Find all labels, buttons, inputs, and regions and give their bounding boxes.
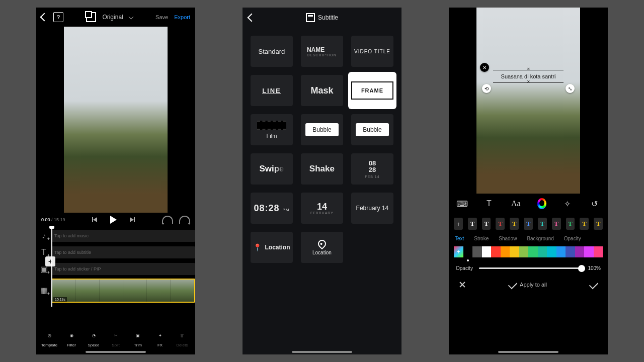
style-swipe[interactable]: Swipe	[251, 153, 293, 185]
tool-trim[interactable]: ▣Trim	[128, 330, 148, 347]
style-shake[interactable]: Shake	[301, 153, 343, 185]
color-swatch[interactable]	[547, 246, 556, 257]
style-line[interactable]: LINE	[251, 75, 293, 106]
font-icon[interactable]: Aa	[510, 198, 521, 209]
overlay-rotate-icon[interactable]: ⟲	[482, 84, 491, 93]
style-video-title[interactable]: VIDEO TITLE	[351, 36, 393, 67]
color-swatch[interactable]	[584, 246, 594, 257]
style-film[interactable]: Film	[251, 114, 293, 145]
text-overlay-box[interactable]: ✕ Suasana di kota santri ⟲ ⤡	[493, 67, 564, 86]
video-preview[interactable]	[36, 27, 195, 213]
subtitle-placeholder: Tap to add subtitle	[51, 246, 195, 258]
check-icon	[508, 280, 517, 289]
color-swatch[interactable]	[556, 246, 566, 257]
text-style-chip[interactable]: T	[566, 218, 575, 230]
apply-all-button[interactable]: Apply to all	[509, 282, 547, 288]
save-button[interactable]: Save	[155, 14, 168, 20]
home-indicator	[86, 351, 146, 353]
prev-frame-button[interactable]	[93, 217, 97, 222]
time-readout: 0.00 / 15.19	[41, 217, 65, 222]
timeline[interactable]: ♪+ Tap to add music T+ Tap to add subtit…	[36, 227, 195, 327]
help-icon[interactable]: ?	[53, 12, 63, 22]
style-mask[interactable]: Mask	[301, 75, 343, 106]
text-style-chip[interactable]: T	[510, 218, 519, 230]
export-button[interactable]: Export	[174, 14, 190, 20]
playhead[interactable]	[51, 227, 52, 307]
add-style-chip[interactable]: +	[454, 218, 463, 230]
color-icon[interactable]	[537, 198, 546, 209]
color-swatch[interactable]	[463, 246, 473, 257]
text-style-chip[interactable]: T	[482, 218, 491, 230]
chevron-down-icon	[128, 14, 133, 19]
color-tab-shadow[interactable]: Shadow	[499, 236, 517, 241]
next-frame-button[interactable]	[130, 217, 134, 222]
style-location-inline[interactable]: 📍 Location	[251, 232, 293, 263]
opacity-slider[interactable]	[479, 267, 582, 269]
editor-header: ? Original Save Export	[36, 8, 195, 27]
undo-button[interactable]	[162, 216, 173, 224]
color-swatch[interactable]	[528, 246, 538, 257]
tool-fx[interactable]: ✦FX	[150, 330, 170, 347]
back-icon[interactable]	[248, 14, 256, 22]
color-tab-text[interactable]: Text	[455, 236, 464, 241]
color-swatch[interactable]	[472, 246, 482, 257]
color-swatch[interactable]	[482, 246, 492, 257]
style-frame[interactable]: FRAME	[351, 75, 393, 106]
text-box-icon[interactable]: T	[484, 198, 495, 209]
add-clip-button[interactable]: +	[45, 256, 55, 266]
style-date-long[interactable]: February 14	[351, 193, 393, 224]
overlay-close-icon[interactable]: ✕	[480, 63, 489, 72]
color-swatch[interactable]	[575, 246, 585, 257]
aspect-ratio-picker[interactable]: Original	[86, 12, 132, 22]
track-sticker[interactable]: ▣+ Tap to add sticker / PIP	[36, 262, 195, 276]
style-standard[interactable]: Standard	[251, 36, 293, 67]
color-tab-opacity[interactable]: Opacity	[564, 236, 581, 241]
confirm-button[interactable]	[589, 280, 598, 289]
color-swatch[interactable]	[594, 246, 603, 257]
text-style-chip[interactable]: T	[594, 218, 603, 230]
color-tab-background[interactable]: Background	[527, 236, 553, 241]
history-icon[interactable]: ↺	[589, 198, 600, 209]
keyboard-icon[interactable]: ⌨	[457, 198, 468, 209]
transform-icon[interactable]: ✧	[562, 198, 573, 209]
music-placeholder: Tap to add music	[51, 230, 195, 242]
track-subtitle[interactable]: T+ Tap to add subtitle	[36, 245, 195, 259]
text-style-chip[interactable]: T	[538, 218, 547, 230]
style-location-stack[interactable]: Location	[301, 232, 343, 263]
tool-speed[interactable]: ◔Speed	[84, 330, 104, 347]
video-clip[interactable]	[51, 279, 195, 303]
redo-button[interactable]	[179, 216, 190, 224]
text-style-chip[interactable]: T	[496, 218, 505, 230]
tool-template[interactable]: ◷Template	[39, 330, 59, 347]
track-music[interactable]: ♪+ Tap to add music	[36, 229, 195, 243]
tool-split[interactable]: ✂Split	[106, 330, 126, 347]
overlay-scale-icon[interactable]: ⤡	[566, 84, 575, 93]
tool-delete[interactable]: 🗑Delete	[172, 330, 192, 347]
location-pin-icon	[316, 238, 328, 249]
style-name[interactable]: NAME DESCRIPTION	[301, 36, 343, 67]
tool-filter[interactable]: ◉Filter	[61, 330, 82, 347]
style-bubble-left[interactable]: Bubble	[301, 114, 343, 145]
text-style-chip[interactable]: T	[552, 218, 561, 230]
text-style-chip[interactable]: T	[468, 218, 477, 230]
video-preview[interactable]: ✕ Suasana di kota santri ⟲ ⤡	[449, 8, 608, 194]
add-color-swatch[interactable]: +	[454, 246, 463, 257]
style-bubble-right[interactable]: Bubble	[351, 114, 393, 145]
cancel-button[interactable]	[459, 281, 466, 288]
back-icon[interactable]	[40, 13, 49, 22]
color-swatch[interactable]	[538, 246, 547, 257]
bottom-toolbar: ◷Template ◉Filter ◔Speed ✂Split ▣Trim ✦F…	[36, 327, 195, 354]
color-swatch[interactable]	[566, 246, 575, 257]
style-date[interactable]: 14 FEBRUARY	[301, 193, 343, 224]
color-swatch[interactable]	[491, 246, 501, 257]
color-tab-stroke[interactable]: Stroke	[474, 236, 489, 241]
text-style-chip[interactable]: T	[580, 218, 589, 230]
color-swatch[interactable]	[519, 246, 529, 257]
play-button[interactable]	[110, 216, 117, 224]
style-time[interactable]: 08:28 PM	[251, 193, 293, 224]
text-style-chip[interactable]: T	[524, 218, 533, 230]
color-swatch[interactable]	[501, 246, 510, 257]
style-date-stack[interactable]: 08 28 FEB 14	[351, 153, 393, 185]
color-swatch[interactable]	[510, 246, 519, 257]
track-video[interactable]: ▦+ 15.19s	[36, 279, 195, 303]
